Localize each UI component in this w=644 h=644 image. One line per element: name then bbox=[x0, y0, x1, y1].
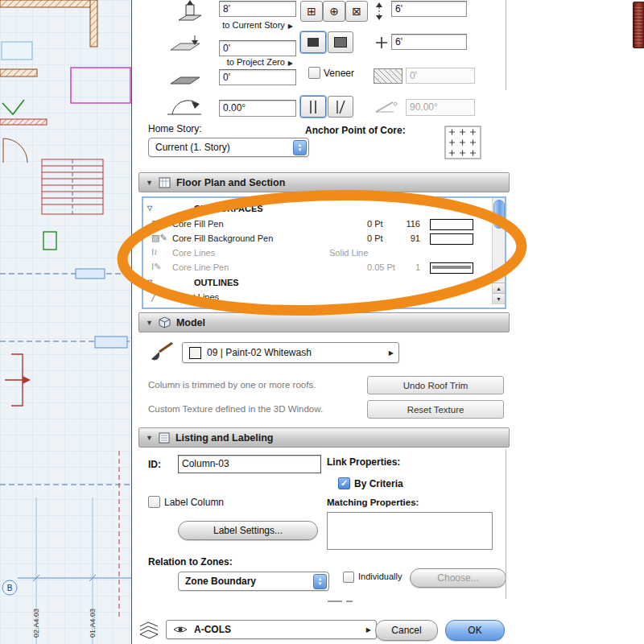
base-offset-field[interactable]: 0' bbox=[219, 69, 296, 85]
relation-to-zones-label: Relation to Zones: bbox=[148, 556, 233, 568]
relation-to-zones-popup[interactable]: Zone Boundary ▲▼ bbox=[178, 572, 329, 591]
drawing-ref-left: 02.A4.03 bbox=[32, 609, 40, 638]
profile-solid-button[interactable] bbox=[300, 31, 326, 53]
list-scrollbar[interactable]: ▲ ▼ bbox=[492, 198, 505, 304]
core-depth-field[interactable]: 6' bbox=[391, 34, 467, 50]
outline-swatch-icon bbox=[334, 37, 347, 47]
cancel-button[interactable]: Cancel bbox=[375, 620, 438, 641]
label-settings-button[interactable]: Label Settings... bbox=[178, 521, 318, 540]
column-vertical-button[interactable] bbox=[300, 96, 326, 118]
column-slanted-button[interactable] bbox=[328, 96, 353, 118]
layers-icon bbox=[137, 620, 163, 639]
list-row-core-fill-pen[interactable]: ▨✎ Core Fill Pen 0 Pt 116 bbox=[143, 217, 489, 232]
section-header-floor-plan[interactable]: ▼ Floor Plan and Section bbox=[138, 172, 510, 192]
width-extent-icon bbox=[374, 35, 389, 50]
list-group-outlines: ▽ OUTLINES bbox=[143, 276, 489, 291]
slant-angle-icon bbox=[374, 100, 399, 114]
disclosure-triangle-icon[interactable]: ▼ bbox=[146, 434, 153, 442]
clipped-content-mark bbox=[328, 601, 342, 602]
pen-color-swatch[interactable] bbox=[430, 233, 473, 245]
solid-swatch-icon bbox=[308, 38, 319, 47]
ok-button[interactable]: OK bbox=[445, 620, 505, 641]
panel-divider bbox=[506, 449, 506, 599]
bottom-offset-field[interactable]: 0' bbox=[219, 40, 296, 56]
line-pen-icon: Ⅰ✎ bbox=[151, 262, 161, 272]
group-triangle-icon[interactable]: ▽ bbox=[147, 204, 152, 212]
anchor-point-grid[interactable] bbox=[444, 126, 481, 159]
veneer-checkbox[interactable] bbox=[308, 67, 320, 79]
top-link-icon bbox=[167, 34, 206, 55]
disclosure-triangle-icon[interactable]: ▼ bbox=[146, 179, 153, 187]
undo-roof-trim-button[interactable]: Undo Roof Trim bbox=[367, 376, 504, 394]
height-extent-icon bbox=[371, 2, 387, 20]
link-properties-label: Link Properties: bbox=[327, 456, 400, 468]
listing-icon bbox=[159, 432, 170, 444]
base-level-icon bbox=[167, 68, 206, 89]
drawing-ref-right: 01.A4.03 bbox=[89, 609, 97, 638]
list-row-uncut-lines[interactable]: ╱ Uncut Lines bbox=[143, 291, 489, 305]
stepper-icon: ▲▼ bbox=[293, 140, 307, 155]
to-current-story-label[interactable]: to Current Story▶ bbox=[164, 20, 293, 30]
id-label: ID: bbox=[148, 459, 161, 470]
blue-box-1 bbox=[76, 269, 105, 279]
blue-box-2 bbox=[95, 336, 127, 348]
section-header-model[interactable]: ▼ Model bbox=[138, 312, 510, 332]
choose-button[interactable]: Choose... bbox=[410, 568, 506, 588]
window-scrollbar-thumb[interactable] bbox=[633, 2, 644, 48]
column-height-field[interactable]: 8' bbox=[219, 1, 296, 17]
core-width-field[interactable]: 6' bbox=[391, 1, 467, 17]
matching-properties-box[interactable] bbox=[327, 512, 493, 550]
popup-arrow-icon: ▶ bbox=[389, 349, 394, 357]
wall-left bbox=[0, 69, 37, 76]
profile-outline-button[interactable] bbox=[328, 31, 353, 53]
disclosure-triangle-icon[interactable]: ▼ bbox=[146, 319, 153, 327]
veneer-label: Veneer bbox=[324, 68, 354, 79]
by-criteria-label: By Criteria bbox=[354, 478, 403, 489]
section-title: Floor Plan and Section bbox=[176, 177, 285, 188]
id-field[interactable]: Column-03 bbox=[178, 455, 321, 473]
list-scrollbar-thumb[interactable] bbox=[493, 200, 505, 229]
fill-pen-icon: ▨✎ bbox=[151, 218, 167, 229]
floor-plan-drawing[interactable]: B 02.A4.03 01.A4.03 bbox=[0, 0, 131, 644]
group-triangle-icon[interactable]: ▽ bbox=[147, 279, 152, 286]
popup-arrow-icon: ▶ bbox=[366, 626, 371, 634]
popup-arrow-icon: ▶ bbox=[288, 60, 293, 67]
label-column-label: Label Column bbox=[164, 497, 224, 508]
by-criteria-checkbox[interactable]: ✓ bbox=[338, 477, 350, 489]
scroll-up-icon[interactable]: ▲ bbox=[493, 283, 505, 294]
floor-plan-icon bbox=[159, 177, 171, 188]
section-title: Listing and Labeling bbox=[175, 432, 274, 444]
pen-color-swatch[interactable] bbox=[430, 262, 473, 274]
wall-red bbox=[0, 119, 47, 125]
veneer-thickness-field[interactable]: 0' bbox=[406, 68, 475, 84]
attributes-list[interactable]: ▽ CUT SURFACES ▨✎ Core Fill Pen 0 Pt 116… bbox=[142, 196, 506, 309]
wall-vert bbox=[90, 0, 97, 47]
anchor-point-label: Anchor Point of Core: bbox=[305, 125, 406, 136]
vertical-column-icon bbox=[305, 99, 321, 115]
individually-checkbox[interactable] bbox=[343, 572, 354, 583]
rotation-angle-icon bbox=[163, 97, 208, 119]
slant-angle-field[interactable]: 90.00° bbox=[406, 99, 475, 116]
fixture-blue bbox=[2, 42, 32, 60]
pen-color-swatch[interactable] bbox=[430, 219, 473, 230]
anchor-cross-button[interactable]: ⊠ bbox=[345, 1, 368, 22]
grid-bubble-label: B bbox=[7, 584, 13, 592]
material-popup[interactable]: 09 | Paint-02 Whitewash ▶ bbox=[182, 342, 399, 363]
rotation-angle-field[interactable]: 0.00° bbox=[219, 100, 296, 117]
scroll-down-icon[interactable]: ▼ bbox=[493, 293, 505, 304]
anchor-circle-button[interactable]: ⊕ bbox=[323, 1, 345, 22]
list-row-core-lines[interactable]: Ⅰ≀ Core Lines Solid Line bbox=[143, 246, 489, 261]
individually-label: Individually bbox=[358, 572, 402, 581]
label-column-checkbox[interactable] bbox=[148, 496, 160, 508]
layer-popup[interactable]: A-COLS ▶ bbox=[166, 620, 377, 639]
line-type-icon: Ⅰ≀ bbox=[151, 247, 157, 258]
section-header-listing[interactable]: ▼ Listing and Labeling bbox=[138, 427, 510, 448]
list-row-core-line-pen[interactable]: Ⅰ✎ Core Line Pen 0.05 Pt 1 bbox=[143, 261, 489, 275]
to-project-zero-label[interactable]: to Project Zero▶ bbox=[164, 57, 293, 67]
home-story-popup[interactable]: Current (1. Story) ▲▼ bbox=[148, 138, 309, 157]
material-swatch bbox=[189, 347, 201, 359]
anchor-square-button[interactable]: ⊞ bbox=[300, 1, 323, 22]
section-title: Model bbox=[176, 317, 205, 328]
list-row-core-fill-bg-pen[interactable]: ▨✎ Core Fill Background Pen 0 Pt 91 bbox=[143, 232, 489, 246]
reset-texture-button[interactable]: Reset Texture bbox=[367, 400, 504, 419]
